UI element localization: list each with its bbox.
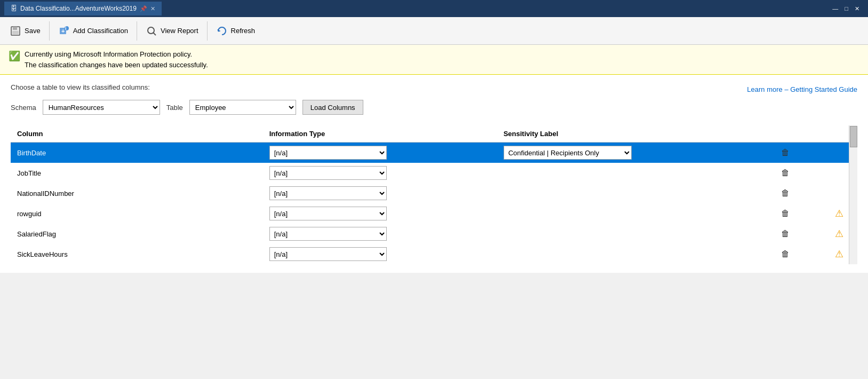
add-classification-button[interactable]: + i Add Classification [53, 20, 133, 42]
toolbar-divider-2 [137, 21, 137, 41]
delete-row-button[interactable]: 🗑 [778, 187, 793, 199]
delete-cell: 🗑 [749, 163, 821, 183]
choose-label: Choose a table to view its classified co… [11, 83, 150, 91]
svg-line-8 [153, 33, 156, 35]
info-type-dropdown[interactable]: [n/a] [269, 146, 387, 160]
add-classification-label: Add Classification [73, 27, 128, 35]
info-type-cell: [n/a] [263, 203, 497, 224]
columns-table: Column Information Type Sensitivity Labe… [11, 125, 857, 264]
sensitivity-label-header: Sensitivity Label [497, 125, 750, 143]
table-row[interactable]: SalariedFlag[n/a]🗑⚠ [11, 224, 857, 244]
svg-text:+: + [61, 28, 65, 34]
info-type-cell: [n/a] [263, 143, 497, 163]
table-label: Table [166, 104, 183, 112]
message-bar: ✅ Currently using Microsoft Information … [0, 45, 868, 75]
info-type-dropdown[interactable]: [n/a] [269, 247, 387, 261]
filter-row-top: Choose a table to view its classified co… [11, 83, 857, 96]
sensitivity-label-cell [497, 163, 750, 183]
filter-row: Schema HumanResources Person Production … [11, 100, 857, 115]
table-dropdown[interactable]: Employee Department Shift [189, 100, 296, 115]
tab-pin-icon[interactable]: 📌 [140, 5, 147, 12]
load-columns-button[interactable]: Load Columns [302, 100, 363, 115]
title-bar-left: 🗄 Data Classificatio...AdventureWorks201… [4, 2, 162, 15]
info-type-cell: [n/a] [263, 183, 497, 203]
delete-row-button[interactable]: 🗑 [778, 208, 793, 219]
sensitivity-label-cell [497, 244, 750, 264]
message-line2: The classification changes have been upd… [25, 60, 208, 70]
message-line1: Currently using Microsoft Information Pr… [25, 49, 208, 60]
close-btn[interactable]: ✕ [855, 5, 859, 12]
info-type-dropdown[interactable]: [n/a] [269, 166, 387, 180]
info-type-cell: [n/a] [263, 163, 497, 183]
toolbar-divider-1 [49, 21, 50, 41]
svg-point-7 [148, 27, 154, 34]
schema-dropdown[interactable]: HumanResources Person Production Sales [43, 100, 160, 115]
delete-row-button[interactable]: 🗑 [778, 167, 793, 179]
save-icon [10, 25, 21, 37]
main-content: Choose a table to view its classified co… [0, 75, 868, 273]
column-name-cell: SickLeaveHours [11, 244, 263, 264]
delete-cell: 🗑 [749, 183, 821, 203]
info-type-cell: [n/a] [263, 244, 497, 264]
schema-label: Schema [11, 104, 36, 112]
column-name-cell: NationalIDNumber [11, 183, 263, 203]
window-controls: — □ ✕ [832, 5, 864, 12]
toolbar-divider-3 [207, 21, 208, 41]
title-tab[interactable]: 🗄 Data Classificatio...AdventureWorks201… [4, 2, 162, 15]
warning-icon: ⚠ [835, 208, 843, 219]
title-bar: 🗄 Data Classificatio...AdventureWorks201… [0, 0, 868, 17]
tab-close-icon[interactable]: ✕ [150, 5, 155, 12]
maximize-btn[interactable]: □ [845, 5, 848, 12]
delete-row-button[interactable]: 🗑 [778, 248, 793, 260]
message-text: Currently using Microsoft Information Pr… [25, 49, 208, 70]
refresh-button[interactable]: Refresh [211, 20, 261, 42]
table-header-row: Column Information Type Sensitivity Labe… [11, 125, 857, 143]
view-report-label: View Report [161, 27, 198, 35]
column-header: Column [11, 125, 263, 143]
warning-icon: ⚠ [835, 228, 843, 239]
column-name-cell: SalariedFlag [11, 224, 263, 244]
toolbar: Save + i Add Classification View Report [0, 17, 868, 45]
info-type-cell: [n/a] [263, 224, 497, 244]
table-wrapper: Column Information Type Sensitivity Labe… [11, 125, 857, 264]
sensitivity-label-cell [497, 203, 750, 224]
refresh-label: Refresh [231, 27, 256, 35]
delete-cell: 🗑 [749, 143, 821, 163]
svg-rect-1 [13, 27, 17, 30]
scrollbar-track[interactable] [849, 125, 857, 264]
sensitivity-label-cell: PersonalPublicGeneralConfidential | Reci… [497, 143, 750, 163]
sensitivity-label-cell [497, 224, 750, 244]
sensitivity-label-dropdown[interactable]: PersonalPublicGeneralConfidential | Reci… [504, 146, 632, 160]
delete-cell: 🗑 [749, 244, 821, 264]
learn-more-link[interactable]: Learn more – Getting Started Guide [747, 85, 857, 93]
info-type-dropdown[interactable]: [n/a] [269, 207, 387, 220]
success-icon: ✅ [9, 50, 20, 62]
scrollbar-thumb[interactable] [850, 126, 857, 147]
sensitivity-label-cell [497, 183, 750, 203]
warning-icon: ⚠ [835, 249, 843, 259]
info-type-dropdown[interactable]: [n/a] [269, 227, 387, 241]
save-label: Save [25, 27, 41, 35]
tab-title: Data Classificatio...AdventureWorks2019 [20, 5, 137, 12]
refresh-icon [216, 25, 228, 37]
info-type-dropdown[interactable]: [n/a] [269, 186, 387, 200]
table-row[interactable]: NationalIDNumber[n/a]🗑 [11, 183, 857, 203]
table-row[interactable]: SickLeaveHours[n/a]🗑⚠ [11, 244, 857, 264]
delete-cell: 🗑 [749, 203, 821, 224]
save-button[interactable]: Save [4, 20, 46, 42]
column-name-cell: BirthDate [11, 143, 263, 163]
info-type-header: Information Type [263, 125, 497, 143]
table-row[interactable]: rowguid[n/a]🗑⚠ [11, 203, 857, 224]
delete-row-button[interactable]: 🗑 [778, 228, 793, 240]
svg-rect-2 [12, 31, 19, 34]
tab-db-icon: 🗄 [11, 5, 17, 12]
table-row[interactable]: JobTitle[n/a]🗑 [11, 163, 857, 183]
view-report-icon [146, 25, 157, 37]
column-name-cell: JobTitle [11, 163, 263, 183]
delete-cell: 🗑 [749, 224, 821, 244]
minimize-btn[interactable]: — [832, 5, 838, 12]
table-row[interactable]: BirthDate[n/a]PersonalPublicGeneralConfi… [11, 143, 857, 163]
delete-row-button[interactable]: 🗑 [778, 147, 793, 159]
view-report-button[interactable]: View Report [140, 20, 204, 42]
column-name-cell: rowguid [11, 203, 263, 224]
